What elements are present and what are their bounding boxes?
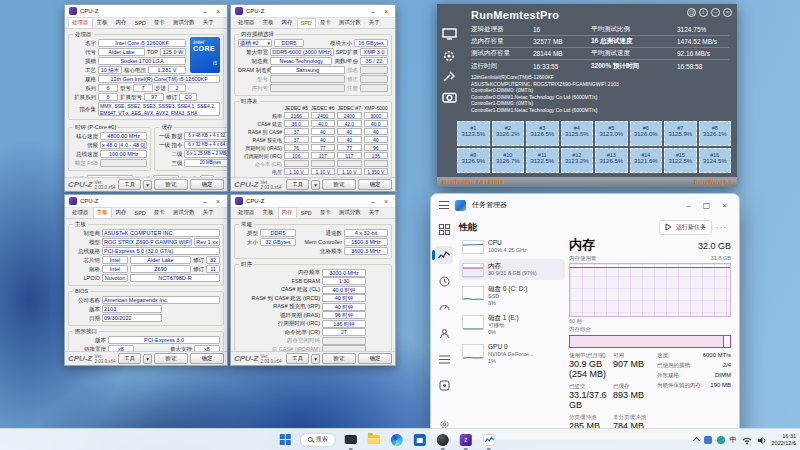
tools-dropdown[interactable]: ▾ [311, 180, 320, 190]
performance-icon[interactable] [435, 246, 453, 264]
tab-cpu[interactable]: 处理器 [68, 17, 93, 28]
ime-indicator[interactable]: 中 [730, 435, 737, 445]
validate-button[interactable]: 验证 [154, 353, 188, 364]
tab-cpu[interactable]: 处理器 [68, 207, 93, 218]
tab-spd[interactable]: SPD [297, 18, 316, 28]
ok-button[interactable]: 确定 [190, 353, 224, 364]
tools-dropdown[interactable]: ▾ [143, 180, 152, 190]
tab-memory[interactable]: 内存 [112, 207, 131, 218]
tab-mainboard[interactable]: 主板 [259, 207, 278, 218]
cpuz-taskbar-icon[interactable]: Z [458, 432, 474, 448]
perf-item-disk0[interactable]: 磁盘 0 (C: D:)SSD3% [459, 282, 565, 309]
validate-button[interactable]: 验证 [322, 353, 356, 364]
close-button[interactable]: × [381, 6, 391, 17]
close-button[interactable]: × [381, 196, 391, 207]
tab-mainboard[interactable]: 主板 [259, 17, 278, 28]
tab-spd[interactable]: SPD [131, 208, 150, 218]
tab-graphics[interactable]: 显卡 [150, 207, 169, 218]
ok-button[interactable]: 确定 [190, 179, 224, 190]
validate-button[interactable]: 验证 [154, 179, 188, 190]
tools-button[interactable]: 工具 [286, 353, 309, 364]
taskbar-app-dark-circle[interactable] [435, 432, 451, 448]
run-new-task-button[interactable]: 运行新任务 [659, 220, 712, 235]
tray-app-icon-blue[interactable] [704, 436, 712, 444]
more-options-button[interactable]: ··· [712, 223, 731, 232]
tab-about[interactable]: 关于 [199, 17, 218, 28]
ok-button[interactable]: 确定 [358, 353, 392, 364]
ok-button[interactable]: 确定 [358, 179, 392, 190]
task-manager-taskbar-icon[interactable] [481, 432, 497, 448]
file-explorer-icon[interactable] [366, 432, 382, 448]
tools-dropdown[interactable]: ▾ [143, 354, 152, 364]
tools-icon[interactable] [442, 70, 457, 82]
tab-memory[interactable]: 内存 [278, 207, 297, 218]
minimize-button[interactable]: – [711, 8, 720, 17]
tab-spd[interactable]: SPD [131, 18, 150, 28]
monitor-icon[interactable] [442, 28, 457, 40]
taskbar-clock[interactable]: 16:31 2022/12/6 [772, 433, 796, 447]
users-icon[interactable] [435, 324, 453, 342]
tab-mainboard[interactable]: 主板 [93, 207, 112, 218]
processes-icon[interactable] [435, 220, 453, 238]
services-icon[interactable] [435, 376, 453, 394]
slot-select[interactable]: 插槽 #2 [238, 39, 272, 47]
app-history-icon[interactable] [435, 272, 453, 290]
tab-bench[interactable]: 测试分数 [169, 17, 199, 28]
close-button[interactable]: × [722, 201, 727, 210]
tools-button[interactable]: 工具 [286, 179, 309, 190]
camera-icon[interactable] [442, 91, 457, 103]
network-icon[interactable] [742, 431, 752, 449]
perf-item-memory[interactable]: 内存30.9/31.8 GB (97%) [459, 259, 565, 280]
tab-bench[interactable]: 测试分数 [335, 207, 365, 218]
tab-spd[interactable]: SPD [297, 208, 316, 218]
maximize-button[interactable]: ▢ [703, 201, 711, 210]
tab-about[interactable]: 关于 [365, 207, 384, 218]
validate-button[interactable]: 验证 [322, 179, 356, 190]
tab-cpu[interactable]: 处理器 [234, 17, 259, 28]
tools-button[interactable]: 工具 [118, 353, 141, 364]
close-button[interactable]: × [213, 6, 223, 17]
tab-bench[interactable]: 测试分数 [335, 17, 365, 28]
minimize-button[interactable]: – [368, 6, 378, 17]
tray-expand-chevron[interactable] [692, 437, 699, 444]
start-button[interactable] [277, 432, 293, 448]
volume-icon[interactable] [757, 431, 767, 449]
info-button[interactable]: i [699, 8, 708, 17]
tab-bench[interactable]: 测试分数 [169, 207, 199, 218]
minimize-button[interactable]: – [200, 196, 210, 207]
minimize-button[interactable]: – [368, 196, 378, 207]
hamburger-icon[interactable] [439, 201, 449, 209]
taskbar: 搜索 Z 中 16:31 2022/12/6 [0, 428, 800, 450]
search-icon [308, 437, 313, 442]
tab-graphics[interactable]: 显卡 [316, 207, 335, 218]
cpuz-app-icon [235, 7, 243, 15]
search-box[interactable]: 搜索 [300, 433, 336, 447]
minimize-button[interactable]: – [200, 6, 210, 17]
perf-item-gpu[interactable]: GPU 0NVIDIA GeForce...1% [459, 340, 565, 367]
edge-browser-icon[interactable] [389, 432, 405, 448]
tools-button[interactable]: 工具 [118, 179, 141, 190]
tools-dropdown[interactable]: ▾ [311, 354, 320, 364]
perf-item-cpu[interactable]: CPU100% 4.25 GHz [459, 236, 565, 257]
tab-about[interactable]: 关于 [365, 17, 384, 28]
tab-memory[interactable]: 内存 [278, 17, 297, 28]
tab-graphics[interactable]: 显卡 [150, 17, 169, 28]
close-button[interactable]: × [213, 196, 223, 207]
minimize-button[interactable]: – [686, 201, 690, 210]
taskbar-app-dark-window[interactable] [343, 432, 359, 448]
tab-mainboard[interactable]: 主板 [93, 17, 112, 28]
tab-graphics[interactable]: 显卡 [316, 17, 335, 28]
memory-hardware-details: 速度:6000 MT/s 已使用的插槽:2/4 外形规格:DIMM 为硬件保留的… [657, 352, 731, 431]
tray-app-icon-teal[interactable] [717, 436, 725, 444]
tab-about[interactable]: 关于 [199, 207, 218, 218]
chart-scale: 31.8 GB [711, 255, 731, 262]
microsoft-store-icon[interactable] [412, 432, 428, 448]
tab-cpu[interactable]: 处理器 [234, 207, 259, 218]
perf-item-disk1[interactable]: 磁盘 1 (E:)可移动0% [459, 311, 565, 338]
details-icon[interactable] [435, 350, 453, 368]
tab-memory[interactable]: 内存 [112, 17, 131, 28]
close-button[interactable]: × [723, 8, 732, 17]
startup-icon[interactable] [435, 298, 453, 316]
gear-icon[interactable] [442, 49, 457, 61]
timer-button[interactable]: ◷ [687, 8, 696, 17]
